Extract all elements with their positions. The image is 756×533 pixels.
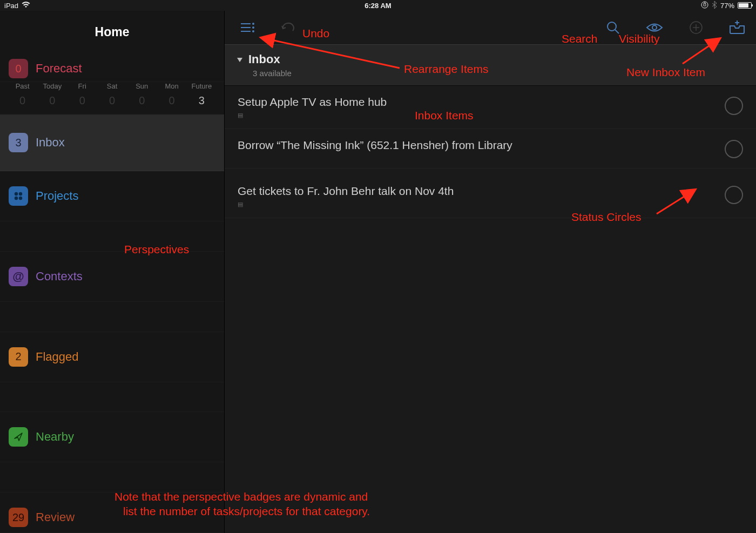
device-label: iPad [4, 2, 18, 10]
task-row[interactable]: Borrow “The Missing Ink” (652.1 Hensher)… [225, 129, 756, 168]
toolbar [225, 11, 756, 44]
list-subtitle: 3 available [253, 69, 744, 78]
visibility-button[interactable] [646, 22, 663, 33]
sidebar-item-contexts[interactable]: @ Contexts [0, 252, 224, 302]
badge-inbox: 3 [9, 133, 28, 152]
sidebar-item-label: Projects [36, 189, 78, 203]
svg-point-8 [252, 23, 254, 25]
search-button[interactable] [606, 21, 620, 35]
task-row[interactable]: Get tickets to Fr. John Behr talk on Nov… [225, 175, 756, 218]
sidebar-item-nearby[interactable]: Nearby [0, 412, 224, 462]
page-title: Home [0, 11, 224, 50]
wifi-icon [22, 2, 30, 10]
svg-point-1 [15, 192, 18, 195]
sidebar-item-label: Forecast [36, 62, 82, 76]
badge-forecast: 0 [9, 59, 28, 78]
undo-button[interactable] [281, 21, 297, 34]
forecast-week: Past Today Fri Sat Sun Mon Future 0 0 0 … [0, 82, 224, 114]
clock: 6:28 AM [364, 2, 391, 10]
orientation-lock-icon [701, 1, 708, 10]
rearrange-button[interactable] [240, 21, 255, 34]
note-icon: ▤ [238, 201, 716, 208]
svg-point-3 [15, 197, 18, 200]
at-icon: @ [12, 269, 24, 284]
sidebar-item-projects[interactable]: Projects [0, 171, 224, 221]
new-inbox-item-button[interactable] [729, 21, 745, 35]
status-circle[interactable] [725, 140, 743, 158]
svg-point-11 [608, 22, 616, 31]
badge-review: 29 [9, 508, 28, 527]
list-title: Inbox [248, 52, 280, 66]
battery-icon [738, 2, 752, 9]
status-circle[interactable] [725, 186, 743, 204]
sidebar-item-flagged[interactable]: 2 Flagged [0, 332, 224, 382]
list-header[interactable]: Inbox 3 available [225, 44, 756, 86]
status-circle[interactable] [725, 97, 743, 115]
location-arrow-icon [12, 431, 24, 443]
svg-line-12 [615, 30, 619, 33]
task-title: Borrow “The Missing Ink” (652.1 Hensher)… [238, 139, 716, 152]
projects-icon [12, 190, 24, 202]
badge-projects [9, 186, 28, 206]
badge-contexts: @ [9, 267, 28, 286]
sidebar-item-forecast[interactable]: 0 Forecast [0, 50, 224, 82]
badge-nearby [9, 427, 28, 447]
battery-pct: 77% [720, 2, 734, 10]
sidebar-item-label: Nearby [36, 430, 74, 444]
main-panel: Inbox 3 available Setup Apple TV as Home… [225, 11, 756, 533]
sidebar-item-label: Contexts [36, 269, 83, 284]
bluetooth-icon [712, 1, 717, 10]
svg-point-4 [19, 197, 22, 200]
sidebar: Home 0 Forecast Past Today Fri Sat Sun M… [0, 11, 225, 533]
sidebar-item-review[interactable]: 29 Review [0, 492, 224, 533]
badge-flagged: 2 [9, 347, 28, 367]
sidebar-item-inbox[interactable]: 3 Inbox [0, 114, 224, 171]
task-title: Get tickets to Fr. John Behr talk on Nov… [238, 185, 716, 198]
status-bar: iPad 6:28 AM 77% [0, 0, 756, 11]
sidebar-item-label: Inbox [36, 136, 65, 150]
task-row[interactable]: Setup Apple TV as Home hub ▤ [225, 86, 756, 129]
svg-point-2 [19, 192, 22, 195]
task-title: Setup Apple TV as Home hub [238, 96, 716, 109]
sidebar-item-label: Review [36, 510, 75, 524]
note-icon: ▤ [238, 112, 716, 119]
sidebar-item-label: Flagged [36, 350, 79, 364]
svg-point-9 [252, 26, 254, 29]
svg-point-10 [252, 30, 254, 32]
svg-point-13 [652, 25, 657, 30]
disclosure-triangle-icon[interactable] [237, 52, 243, 66]
add-button[interactable] [689, 21, 703, 35]
